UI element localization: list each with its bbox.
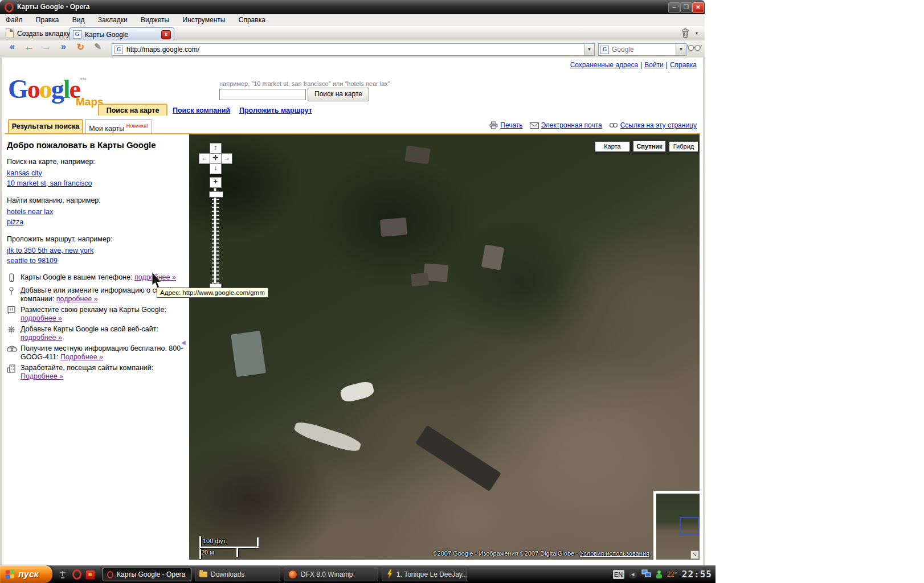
satellite-map[interactable]: ↑ ← ✛ → ↓ + − Карта Спутник Гибрид 100 ф… <box>189 134 700 560</box>
zoom-slider-handle[interactable] <box>209 191 223 198</box>
tab-close-icon[interactable]: x <box>161 30 171 39</box>
address-bar[interactable]: G ▼ <box>112 43 595 56</box>
map-search-button[interactable]: Поиск на карте <box>308 88 369 101</box>
new-tab-button[interactable]: Создать вкладку <box>2 28 73 39</box>
map-search-input[interactable] <box>219 89 306 100</box>
telephone-icon <box>7 344 21 362</box>
pan-up-button[interactable]: ↑ <box>210 143 222 154</box>
more-link[interactable]: Подробнее » <box>60 353 103 361</box>
printer-icon <box>489 121 498 129</box>
menu-view[interactable]: Вид <box>67 14 91 26</box>
taskbar-button-winamp[interactable]: 1. Tonique Le DeeJay... <box>382 568 467 581</box>
mobile-phone-icon <box>7 273 21 285</box>
forward-button[interactable]: → <box>39 42 54 56</box>
menu-file[interactable]: Файл <box>0 14 28 26</box>
map-snow-patch <box>293 419 362 454</box>
minimap-viewport[interactable] <box>680 517 699 535</box>
tray-collapse-icon[interactable]: ◀ <box>629 570 637 578</box>
more-link[interactable]: Подробнее » <box>21 372 63 380</box>
local-ads-icon <box>7 306 21 323</box>
tab-maps-google[interactable]: G Карты Google x <box>69 27 174 41</box>
engine-name: Google <box>612 46 673 54</box>
fast-forward-button[interactable]: » <box>56 42 71 56</box>
language-indicator[interactable]: EN <box>613 570 624 579</box>
glasses-icon[interactable] <box>687 43 702 54</box>
zoom-slider-track[interactable] <box>212 188 219 284</box>
taskbar-button-dfx[interactable]: DFX 8.0 Winamp <box>284 568 378 581</box>
menu-widgets[interactable]: Виджеты <box>135 14 175 26</box>
tab-search-results[interactable]: Результаты поиска <box>8 119 83 133</box>
more-link[interactable]: подробнее » <box>21 334 62 342</box>
flashget-icon[interactable]: ≋ <box>85 570 95 580</box>
start-button[interactable]: пуск <box>0 565 52 583</box>
zoom-in-button[interactable]: + <box>210 177 222 188</box>
map-type-hybrid-button[interactable]: Гибрид <box>669 141 698 152</box>
menu-help[interactable]: Справка <box>233 14 271 26</box>
list-item: Разместите свою рекламу на Карты Google:… <box>7 306 185 323</box>
map-type-map-button[interactable]: Карта <box>595 141 630 152</box>
rewind-button[interactable]: « <box>5 42 20 56</box>
opera-quicklaunch-icon[interactable] <box>72 569 81 580</box>
pencil-icon[interactable]: ✎ <box>90 42 105 56</box>
more-link[interactable]: подробнее » <box>21 314 62 322</box>
navigation-toolbar: « ← → » ↻ ✎ G ▼ G Google ▼ <box>0 40 705 58</box>
example-link[interactable]: seattle to 98109 <box>7 257 58 265</box>
map-house <box>411 272 429 286</box>
search-engine-box[interactable]: G Google ▼ <box>598 43 686 56</box>
network-icon[interactable] <box>641 569 651 580</box>
menu-bookmarks[interactable]: Закладки <box>92 14 133 26</box>
saved-addresses-link[interactable]: Сохраненные адреса <box>570 61 638 69</box>
minimap-collapse-icon[interactable]: ↘ <box>690 551 699 559</box>
map-type-satellite-button[interactable]: Спутник <box>632 140 667 153</box>
map-copyright: ©2007 Google - Изображения ©2007 Digital… <box>433 550 650 557</box>
clock[interactable]: 22:55 <box>682 569 712 580</box>
print-link[interactable]: Печать <box>489 121 522 129</box>
location-pin-icon <box>7 286 21 304</box>
tab-search-businesses[interactable]: Поиск компаний <box>173 106 230 114</box>
scale-bar: 100 фут. 20 м <box>198 536 261 560</box>
tab-search-map[interactable]: Поиск на карте <box>98 104 167 116</box>
opera-icon <box>107 571 113 578</box>
url-dropdown-icon[interactable]: ▼ <box>584 44 594 55</box>
taskbar-button-opera[interactable]: Карты Google - Opera <box>103 568 191 581</box>
trash-dropdown-icon[interactable]: ▾ <box>696 31 698 36</box>
collapse-panel-icon[interactable]: ◀ <box>181 339 186 346</box>
sidebar-title: Добро пожаловать в Карты Google <box>7 140 185 150</box>
example-link[interactable]: pizza <box>7 218 23 226</box>
lightning-icon <box>386 569 393 580</box>
sign-in-link[interactable]: Войти <box>644 61 664 69</box>
back-button[interactable]: ← <box>22 42 37 56</box>
trash-icon[interactable] <box>681 28 690 40</box>
url-input[interactable] <box>125 44 584 55</box>
map-building <box>231 331 266 377</box>
menu-edit[interactable]: Правка <box>30 14 65 26</box>
center-map-button[interactable]: ✛ <box>210 153 222 164</box>
pan-down-button[interactable]: ↓ <box>210 163 222 174</box>
pan-left-button[interactable]: ← <box>199 153 210 164</box>
tab-my-maps[interactable]: Мои карты Новинка! <box>85 119 152 133</box>
example-link[interactable]: jfk to 350 5th ave, new york <box>7 247 93 254</box>
overview-minimap[interactable]: ↘ <box>653 491 700 560</box>
example-link[interactable]: hotels near lax <box>7 208 53 216</box>
example-link[interactable]: kansas city <box>7 169 42 177</box>
tab-get-directions[interactable]: Проложить маршрут <box>239 106 312 114</box>
terms-link[interactable]: Условия использования <box>580 550 649 557</box>
menu-tools[interactable]: Инструменты <box>177 14 231 26</box>
engine-dropdown-icon[interactable]: ▼ <box>676 44 686 55</box>
pan-right-button[interactable]: → <box>221 153 232 164</box>
help-link[interactable]: Справка <box>670 61 697 69</box>
pin-tool-icon[interactable] <box>58 570 67 580</box>
messenger-icon[interactable] <box>656 570 663 578</box>
temperature-indicator[interactable]: 22° <box>667 570 677 578</box>
email-link[interactable]: Электронная почта <box>530 121 602 129</box>
google-favicon: G <box>73 30 81 39</box>
close-button[interactable]: ✕ <box>692 2 704 13</box>
example-link[interactable]: 10 market st, san francisco <box>7 179 92 187</box>
restore-button[interactable]: ❐ <box>680 2 692 13</box>
taskbar-button-downloads[interactable]: Downloads <box>195 568 280 581</box>
reload-icon[interactable]: ↻ <box>73 42 88 56</box>
title-bar[interactable]: Карты Google - Opera – ❐ ✕ <box>0 0 705 14</box>
more-link[interactable]: подробнее » <box>56 295 98 303</box>
link-to-page[interactable]: Ссылка на эту страницу <box>609 121 697 129</box>
minimize-button[interactable]: – <box>668 2 680 13</box>
